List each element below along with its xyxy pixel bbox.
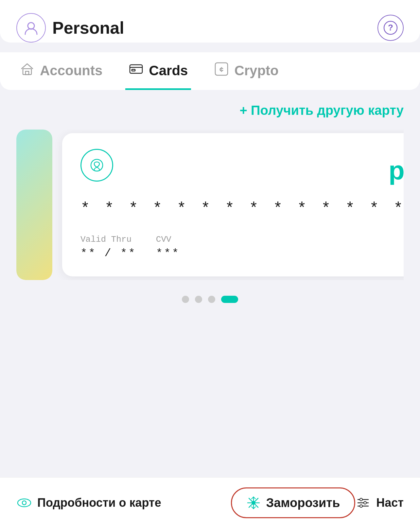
svg-rect-7 [132, 69, 135, 71]
tab-crypto-label: Crypto [234, 63, 278, 79]
valid-thru-value: ** / ** [80, 247, 136, 259]
prev-card-bg [16, 130, 52, 280]
tab-bar: Accounts Cards ¢ Crypto [0, 52, 420, 90]
dot-3[interactable] [208, 296, 215, 303]
carousel-dots [16, 296, 404, 303]
card-carousel: physical pyypl * * * * * * * * * * * * *… [16, 130, 404, 280]
card-bottom: Valid Thru ** / ** CVV *** [80, 233, 404, 259]
header: Personal ? [0, 0, 420, 43]
main-card: physical pyypl * * * * * * * * * * * * *… [62, 133, 404, 276]
home-icon [20, 62, 35, 80]
svg-point-0 [28, 23, 34, 29]
svg-text:?: ? [388, 23, 393, 32]
svg-point-12 [252, 501, 255, 505]
settings-label: Наст [376, 496, 404, 510]
cvv-field: CVV *** [156, 235, 180, 259]
details-button[interactable]: Подробности о карте [16, 495, 231, 511]
card-icon [129, 62, 144, 80]
help-button[interactable]: ? [377, 15, 404, 41]
card-number: * * * * * * * * * * * * * * * * [80, 200, 404, 218]
svg-point-18 [360, 505, 362, 507]
freeze-button[interactable]: Заморозить [231, 487, 355, 518]
svg-rect-5 [130, 65, 142, 73]
freeze-icon [246, 496, 261, 510]
card-brand-logo [80, 149, 113, 182]
pyypl-brand: pyypl [389, 157, 404, 184]
freeze-label: Заморозить [266, 496, 340, 510]
svg-point-16 [360, 498, 362, 501]
crypto-icon: ¢ [214, 62, 229, 80]
tab-cards[interactable]: Cards [125, 52, 191, 90]
main-section: + Получить другую карту physical [0, 90, 420, 303]
valid-thru-field: Valid Thru ** / ** [80, 235, 136, 259]
cvv-label: CVV [156, 235, 180, 244]
settings-button[interactable]: Наст [355, 495, 404, 511]
card-fields: Valid Thru ** / ** CVV *** [80, 235, 180, 259]
card-top: physical pyypl [80, 149, 404, 184]
svg-rect-4 [26, 71, 29, 75]
avatar[interactable] [16, 13, 46, 43]
valid-thru-label: Valid Thru [80, 235, 136, 244]
svg-point-10 [18, 499, 31, 507]
tab-cards-label: Cards [149, 63, 188, 79]
tab-crypto[interactable]: ¢ Crypto [211, 52, 282, 90]
svg-point-11 [22, 501, 26, 505]
svg-point-17 [364, 502, 366, 504]
tab-accounts-label: Accounts [40, 63, 102, 79]
dot-2[interactable] [195, 296, 202, 303]
cvv-value: *** [156, 247, 180, 259]
dot-4[interactable] [221, 296, 238, 303]
eye-icon [16, 495, 32, 511]
tab-accounts[interactable]: Accounts [16, 52, 106, 90]
pyypl-logo: physical pyypl [389, 149, 404, 184]
svg-text:¢: ¢ [219, 65, 223, 74]
get-card-button[interactable]: + Получить другую карту [16, 103, 404, 118]
header-left: Personal [16, 13, 124, 43]
details-label: Подробности о карте [37, 496, 161, 510]
prev-card[interactable] [16, 130, 52, 280]
page-title: Personal [52, 18, 124, 38]
action-bar: Подробности о карте Заморозить Наст [0, 477, 420, 528]
settings-icon [355, 495, 371, 511]
dot-1[interactable] [182, 296, 189, 303]
